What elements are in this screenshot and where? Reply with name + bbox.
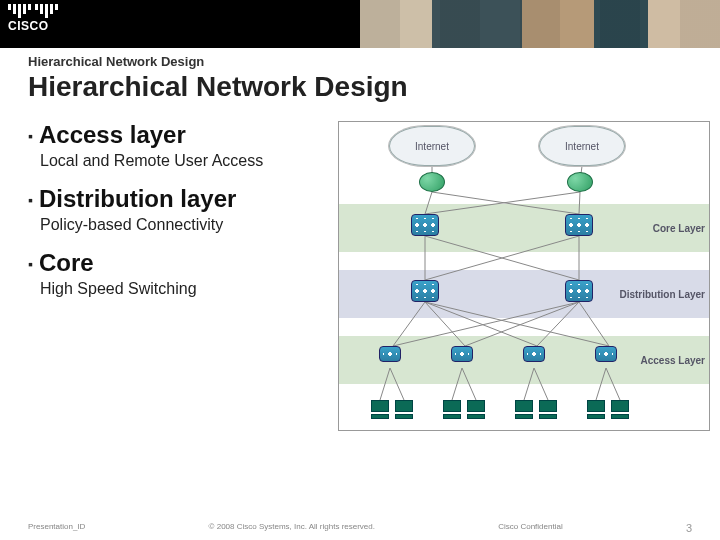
diagram-column: Core Layer Distribution Layer Access Lay… <box>338 121 710 431</box>
bullets-column: ▪ Access layer Local and Remote User Acc… <box>28 121 328 431</box>
bullet-sub: Policy-based Connectivity <box>40 215 328 235</box>
page-title: Hierarchical Network Design <box>28 71 720 103</box>
router-icon <box>419 172 445 192</box>
access-switch-icon <box>595 346 623 374</box>
bullet-title: Core <box>39 249 94 277</box>
host-icon <box>371 400 389 420</box>
bullet-title: Distribution layer <box>39 185 236 213</box>
bullet-access: ▪ Access layer Local and Remote User Acc… <box>28 121 328 171</box>
core-switch-icon <box>411 214 439 242</box>
content: ▪ Access layer Local and Remote User Acc… <box>0 121 720 431</box>
logo-text: CISCO <box>8 20 58 32</box>
footer-left: Presentation_ID <box>28 522 85 534</box>
footer-right: Cisco Confidential <box>498 522 562 534</box>
bullet-distribution: ▪ Distribution layer Policy-based Connec… <box>28 185 328 235</box>
svg-line-2 <box>425 192 432 214</box>
host-icon <box>587 400 605 420</box>
host-icon <box>539 400 557 420</box>
host-icon <box>395 400 413 420</box>
cisco-logo: CISCO <box>8 4 58 32</box>
svg-line-13 <box>425 302 609 346</box>
cloud-icon: Internet <box>539 126 625 166</box>
svg-line-14 <box>393 302 579 346</box>
footer-center: © 2008 Cisco Systems, Inc. All rights re… <box>209 522 375 534</box>
access-switch-icon <box>379 346 407 374</box>
bullet-icon: ▪ <box>28 192 33 208</box>
cloud-label: Internet <box>565 141 599 152</box>
page-number: 3 <box>686 522 692 534</box>
svg-line-16 <box>537 302 579 346</box>
host-icon <box>515 400 533 420</box>
bullet-title: Access layer <box>39 121 186 149</box>
bullet-core: ▪ Core High Speed Switching <box>28 249 328 299</box>
footer: Presentation_ID © 2008 Cisco Systems, In… <box>0 522 720 534</box>
host-icon <box>443 400 461 420</box>
header-strip: CISCO <box>0 0 720 48</box>
core-switch-icon <box>565 214 593 242</box>
host-icon <box>611 400 629 420</box>
bullet-icon: ▪ <box>28 128 33 144</box>
bullet-sub: Local and Remote User Access <box>40 151 328 171</box>
svg-line-4 <box>579 192 580 214</box>
distribution-switch-icon <box>411 280 439 308</box>
link-lines <box>339 122 709 430</box>
bullet-sub: High Speed Switching <box>40 279 328 299</box>
distribution-switch-icon <box>565 280 593 308</box>
cloud-icon: Internet <box>389 126 475 166</box>
header-black: CISCO <box>0 0 360 48</box>
svg-line-11 <box>425 302 465 346</box>
router-icon <box>567 172 593 192</box>
access-switch-icon <box>451 346 479 374</box>
access-switch-icon <box>523 346 551 374</box>
bullet-icon: ▪ <box>28 256 33 272</box>
host-icon <box>467 400 485 420</box>
logo-bars-icon <box>35 4 58 18</box>
logo-bars-icon <box>8 4 31 18</box>
network-diagram: Core Layer Distribution Layer Access Lay… <box>338 121 710 431</box>
cloud-label: Internet <box>415 141 449 152</box>
header-photo-strip <box>360 0 720 48</box>
breadcrumb: Hierarchical Network Design <box>28 54 720 69</box>
